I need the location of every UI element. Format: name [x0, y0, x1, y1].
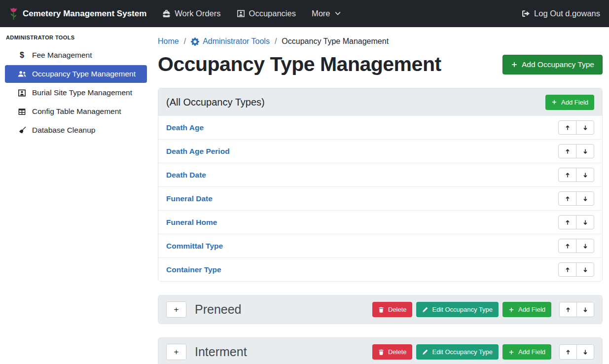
delete-label: Delete: [388, 306, 407, 313]
move-up-button[interactable]: [558, 262, 576, 277]
sidebar: ADMINISTRATOR TOOLS $ Fee Management Occ…: [0, 27, 152, 364]
sidebar-item-occupancy-type-management[interactable]: Occupancy Type Management: [5, 65, 147, 83]
reorder-controls: [558, 168, 594, 182]
move-up-button[interactable]: [558, 191, 576, 206]
delete-label: Delete: [388, 348, 407, 356]
expand-section-button[interactable]: +: [166, 344, 186, 360]
move-up-button[interactable]: [559, 344, 577, 360]
section-actions: Delete Edit Occupancy Type Add Field: [372, 344, 594, 360]
all-occupancy-types-card: (All Occupancy Types) Add Field Death Ag…: [158, 88, 603, 282]
reorder-controls: [558, 262, 594, 277]
move-down-button[interactable]: [576, 168, 594, 182]
nav-item-more[interactable]: More: [312, 9, 341, 18]
add-field-button[interactable]: Add Field: [502, 344, 551, 360]
section-title: Interment: [195, 345, 247, 359]
field-row: Container Type: [158, 257, 602, 281]
person-frame-icon: [17, 89, 27, 97]
expand-section-button[interactable]: +: [166, 301, 186, 318]
app-brand[interactable]: Cemetery Management System: [9, 7, 146, 20]
arrow-up-icon: [565, 148, 571, 154]
logout-button[interactable]: Log Out d.gowans: [522, 9, 600, 18]
sidebar-item-fee-management[interactable]: $ Fee Management: [5, 46, 147, 64]
arrow-down-icon: [582, 349, 588, 355]
brand-label: Cemetery Management System: [23, 9, 146, 19]
dollar-icon: $: [17, 51, 27, 59]
move-down-button[interactable]: [576, 120, 594, 135]
pencil-icon: [422, 349, 428, 355]
add-field-button[interactable]: Add Field: [545, 95, 594, 110]
section-actions: Delete Edit Occupancy Type Add Field: [372, 302, 594, 317]
breadcrumb-separator: /: [184, 37, 186, 46]
move-up-button[interactable]: [559, 302, 577, 317]
sidebar-heading: ADMINISTRATOR TOOLS: [0, 28, 152, 45]
move-down-button[interactable]: [576, 344, 594, 360]
plus-icon: [508, 307, 514, 313]
page-title: Occupancy Type Management: [158, 53, 441, 76]
field-row: Death Date: [158, 163, 602, 186]
field-link[interactable]: Death Age Period: [166, 147, 230, 156]
field-link[interactable]: Death Age: [166, 123, 204, 132]
nav-item-label: Work Orders: [175, 9, 220, 18]
move-up-button[interactable]: [558, 144, 576, 158]
add-field-label: Add Field: [518, 306, 545, 313]
sign-out-icon: [522, 9, 530, 18]
plus-icon: [508, 349, 514, 355]
breadcrumb-admin-tools-link[interactable]: Administrator Tools: [191, 37, 270, 46]
field-link[interactable]: Funeral Date: [166, 194, 213, 203]
move-down-button[interactable]: [576, 302, 594, 317]
edit-occupancy-type-button[interactable]: Edit Occupancy Type: [416, 344, 499, 360]
move-up-button[interactable]: [558, 120, 576, 135]
reorder-controls: [559, 344, 594, 360]
sidebar-item-database-cleanup[interactable]: Database Cleanup: [5, 121, 147, 139]
move-down-button[interactable]: [576, 215, 594, 229]
arrow-down-icon: [582, 125, 588, 131]
plus-icon: [511, 61, 518, 68]
move-down-button[interactable]: [576, 191, 594, 206]
move-down-button[interactable]: [576, 239, 594, 253]
arrow-down-icon: [582, 307, 588, 313]
arrow-down-icon: [582, 148, 588, 154]
top-navbar: Cemetery Management System Work Orders O…: [0, 0, 609, 27]
field-link[interactable]: Funeral Home: [166, 218, 217, 227]
breadcrumb-home-link[interactable]: Home: [158, 37, 179, 46]
reorder-controls: [559, 302, 594, 317]
sidebar-item-config-table-management[interactable]: Config Table Management: [5, 103, 147, 120]
arrow-up-icon: [565, 172, 571, 178]
field-row: Funeral Home: [158, 210, 602, 234]
arrow-up-icon: [565, 349, 571, 355]
arrow-down-icon: [582, 172, 588, 178]
nav-item-work-orders[interactable]: Work Orders: [162, 9, 220, 18]
add-occupancy-type-button[interactable]: Add Occupancy Type: [502, 55, 603, 74]
arrow-up-icon: [565, 219, 571, 225]
delete-button[interactable]: Delete: [372, 302, 413, 317]
reorder-controls: [558, 191, 594, 206]
arrow-up-icon: [565, 243, 571, 249]
pencil-icon: [422, 307, 428, 313]
nav-item-label: More: [312, 9, 330, 18]
sidebar-item-label: Burial Site Type Management: [32, 88, 132, 97]
sidebar-item-label: Database Cleanup: [32, 126, 95, 135]
field-link[interactable]: Container Type: [166, 265, 221, 274]
add-field-button[interactable]: Add Field: [502, 302, 551, 317]
table-icon: [17, 108, 27, 116]
occupancy-type-section-preneed: + Preneed Delete Edit Occupancy Type Add…: [158, 295, 603, 324]
field-link[interactable]: Death Date: [166, 171, 206, 180]
person-frame-icon: [237, 9, 245, 18]
breadcrumb-separator: /: [275, 37, 277, 46]
trash-icon: [378, 349, 384, 355]
add-field-label: Add Field: [561, 99, 588, 106]
sidebar-item-burial-site-type-management[interactable]: Burial Site Type Management: [5, 84, 147, 102]
move-down-button[interactable]: [576, 262, 594, 277]
nav-item-occupancies[interactable]: Occupancies: [237, 9, 296, 18]
move-up-button[interactable]: [558, 168, 576, 182]
move-up-button[interactable]: [558, 239, 576, 253]
move-down-button[interactable]: [576, 144, 594, 158]
sidebar-item-label: Occupancy Type Management: [32, 70, 136, 78]
move-up-button[interactable]: [558, 215, 576, 229]
nav-links: Work Orders Occupancies More: [162, 9, 341, 18]
nav-item-label: Occupancies: [249, 9, 296, 18]
delete-button[interactable]: Delete: [372, 344, 413, 360]
edit-occupancy-type-button[interactable]: Edit Occupancy Type: [416, 302, 499, 317]
arrow-down-icon: [582, 196, 588, 202]
field-link[interactable]: Committal Type: [166, 242, 223, 251]
